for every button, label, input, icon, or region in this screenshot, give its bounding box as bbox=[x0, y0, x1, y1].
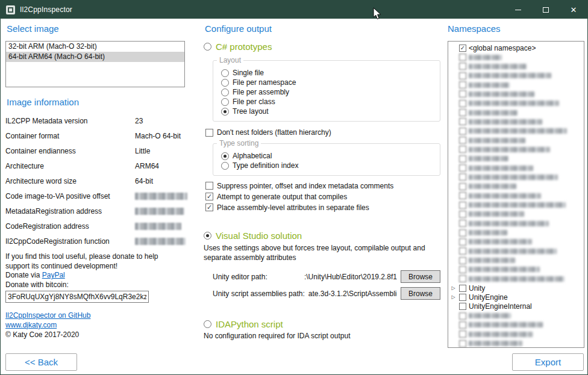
redacted-label bbox=[469, 82, 510, 88]
namespace-item[interactable] bbox=[450, 339, 583, 348]
expander-icon[interactable]: ▷ bbox=[450, 286, 457, 291]
option-label: C# prototypes bbox=[216, 42, 272, 52]
info-value bbox=[135, 193, 187, 200]
radio-icon bbox=[221, 69, 229, 77]
namespace-item[interactable]: UnityEngineInternal bbox=[450, 302, 583, 311]
namespace-item[interactable] bbox=[450, 311, 583, 320]
checkbox-icon bbox=[459, 229, 466, 237]
redacted-label bbox=[469, 128, 567, 134]
bitcoin-address-input[interactable] bbox=[5, 291, 149, 303]
namespace-label: <global namespace> bbox=[469, 44, 536, 52]
expander-icon[interactable]: ▷ bbox=[450, 295, 457, 300]
unity-script-path-label: Unity script assemblies path: bbox=[213, 290, 305, 298]
namespace-item[interactable] bbox=[450, 265, 583, 274]
namespace-item[interactable]: ▷UnityEngine bbox=[450, 293, 583, 302]
donate-bitcoin-label: Donate with bitcoin: bbox=[5, 280, 185, 290]
redacted-label bbox=[469, 91, 534, 97]
select-image-heading: Select image bbox=[7, 23, 185, 34]
layout-option[interactable]: File per assembly bbox=[221, 87, 435, 97]
info-row: CodeRegistration address bbox=[5, 218, 185, 234]
namespace-item[interactable] bbox=[450, 209, 583, 218]
namespace-item[interactable] bbox=[450, 99, 583, 108]
minimize-button[interactable] bbox=[504, 1, 532, 19]
radio-icon bbox=[204, 43, 211, 51]
namespace-item[interactable] bbox=[450, 256, 583, 265]
namespace-item[interactable] bbox=[450, 237, 583, 246]
checkbox-icon bbox=[459, 128, 466, 135]
namespace-item[interactable] bbox=[450, 135, 583, 144]
checkbox-icon bbox=[459, 183, 466, 190]
github-link[interactable]: Il2CppInspector on GitHub bbox=[5, 311, 90, 321]
output-checkbox[interactable]: ✓Attempt to generate output that compile… bbox=[205, 193, 440, 200]
namespace-item[interactable] bbox=[450, 90, 583, 99]
type-sorting-option[interactable]: Alphabetical bbox=[221, 151, 435, 161]
namespace-item[interactable] bbox=[450, 200, 583, 209]
maximize-button[interactable] bbox=[532, 1, 560, 19]
redacted-label bbox=[469, 332, 533, 337]
namespace-item[interactable] bbox=[450, 228, 583, 237]
flatten-checkbox[interactable]: Don't nest folders (flatten hierarchy) bbox=[205, 128, 440, 137]
option-label: File per class bbox=[233, 98, 275, 106]
layout-option[interactable]: File per class bbox=[221, 97, 435, 107]
configure-output-heading: Configure output bbox=[205, 23, 440, 34]
namespace-item[interactable] bbox=[450, 163, 583, 172]
redacted-label bbox=[469, 138, 525, 143]
redacted-label bbox=[469, 322, 543, 327]
info-value: 23 bbox=[135, 117, 185, 125]
type-sorting-option[interactable]: Type definition index bbox=[221, 161, 435, 170]
option-label: IDAPython script bbox=[216, 319, 283, 329]
browse-script-button[interactable]: Browse bbox=[401, 287, 440, 300]
namespace-item[interactable] bbox=[450, 145, 583, 154]
namespace-item[interactable]: ✓<global namespace> bbox=[450, 43, 583, 52]
namespace-item[interactable] bbox=[450, 219, 583, 228]
namespace-item[interactable] bbox=[450, 117, 583, 126]
namespace-item[interactable] bbox=[450, 154, 583, 163]
namespace-item[interactable] bbox=[450, 182, 583, 191]
namespace-item[interactable] bbox=[450, 330, 583, 339]
back-button[interactable]: << Back bbox=[5, 353, 77, 371]
ida-description: No configuration required for IDA script… bbox=[204, 332, 439, 341]
output-checkbox[interactable]: ✓Place assembly-level attributes in sepa… bbox=[205, 203, 440, 211]
website-link[interactable]: www.djkaty.com bbox=[5, 321, 57, 330]
radio-icon bbox=[221, 98, 229, 106]
redacted-label bbox=[469, 249, 557, 254]
option-label: Visual Studio solution bbox=[216, 231, 302, 241]
namespace-item[interactable] bbox=[450, 126, 583, 135]
redacted-label bbox=[469, 64, 527, 69]
namespace-label: UnityEngineInternal bbox=[469, 302, 532, 311]
namespace-item[interactable] bbox=[450, 247, 583, 256]
namespace-item[interactable] bbox=[450, 108, 583, 117]
namespace-item[interactable] bbox=[450, 52, 583, 61]
checkbox-icon bbox=[459, 312, 466, 320]
vs-option[interactable]: Visual Studio solution bbox=[204, 231, 440, 241]
image-info-heading: Image information bbox=[7, 97, 185, 108]
namespace-item[interactable] bbox=[450, 191, 583, 200]
donate-paypal-line: Donate via PayPal bbox=[5, 271, 185, 280]
checkbox-icon bbox=[459, 137, 466, 144]
output-checkbox[interactable]: Suppress pointer, offset and index metad… bbox=[205, 182, 440, 190]
namespace-item[interactable]: ▷Unity bbox=[450, 284, 583, 293]
namespace-item[interactable] bbox=[450, 274, 583, 284]
image-list-item[interactable]: 64-bit ARM64 (Mach-O 64-bit) bbox=[6, 52, 184, 62]
namespace-item[interactable] bbox=[450, 320, 583, 329]
image-list-item[interactable]: 32-bit ARM (Mach-O 32-bit) bbox=[6, 42, 184, 52]
namespace-item[interactable] bbox=[450, 80, 583, 89]
browse-editor-button[interactable]: Browse bbox=[401, 270, 440, 283]
csharp-option[interactable]: C# prototypes bbox=[204, 42, 440, 52]
redacted-value bbox=[135, 208, 184, 215]
layout-option[interactable]: Single file bbox=[221, 68, 435, 78]
checkbox-icon bbox=[459, 192, 466, 199]
layout-option[interactable]: File per namespace bbox=[221, 78, 435, 87]
namespace-item[interactable] bbox=[450, 173, 583, 182]
info-label: Il2CppCodeRegistration function bbox=[5, 237, 135, 246]
namespace-item[interactable] bbox=[450, 62, 583, 71]
paypal-link[interactable]: PayPal bbox=[42, 271, 65, 279]
layout-option[interactable]: Tree layout bbox=[221, 107, 435, 116]
maximize-icon bbox=[543, 7, 549, 13]
checkbox-icon bbox=[459, 330, 466, 338]
export-button[interactable]: Export bbox=[512, 353, 584, 371]
close-button[interactable]: ✕ bbox=[560, 1, 587, 19]
namespace-item[interactable] bbox=[450, 71, 583, 80]
ida-option[interactable]: IDAPython script bbox=[204, 319, 440, 329]
option-label: Type definition index bbox=[233, 161, 298, 170]
